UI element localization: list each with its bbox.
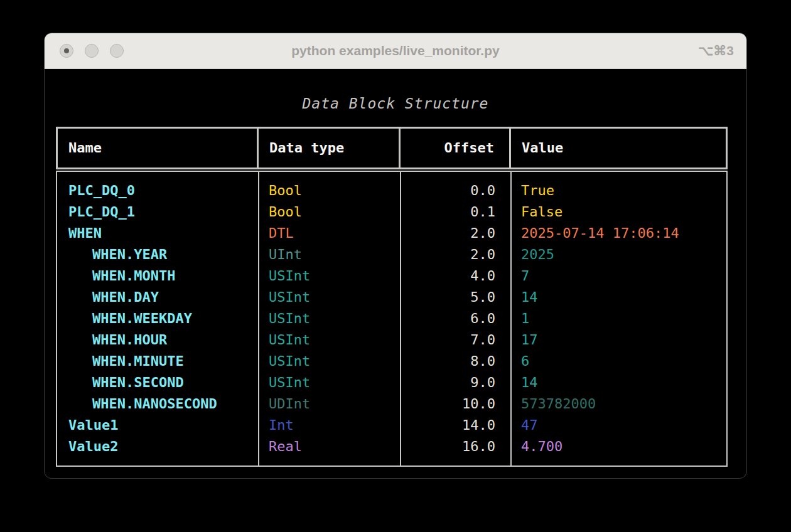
column-header-name: Name (58, 129, 259, 168)
table-row: WHEN.HOUR USInt 7.0 17 (57, 329, 726, 351)
cell-value: 2025-07-14 17:06:14 (510, 223, 726, 244)
minimize-button[interactable] (85, 44, 99, 58)
table-row: WHEN.DAY USInt 5.0 14 (57, 287, 726, 308)
table-body: PLC_DQ_0 Bool 0.0 True PLC_DQ_1 Bool 0.1… (56, 171, 728, 467)
table-title: Data Block Structure (45, 95, 746, 115)
cell-datatype: USInt (258, 372, 400, 393)
cell-value: 4.700 (510, 436, 726, 457)
cell-datatype: UInt (258, 244, 400, 265)
cell-value: 573782000 (510, 393, 726, 415)
window-titlebar[interactable]: python examples/live_monitor.py ⌥⌘3 (45, 33, 746, 69)
table-header-row: Name Data type Offset Value (56, 127, 728, 169)
cell-value: False (510, 201, 726, 223)
cell-offset: 4.0 (400, 265, 510, 287)
window-shortcut-badge: ⌥⌘3 (698, 33, 734, 68)
table-row: WHEN.MONTH USInt 4.0 7 (57, 265, 726, 287)
cell-offset: 8.0 (400, 351, 510, 372)
cell-name: WHEN.MONTH (57, 265, 258, 287)
cell-value: 14 (510, 372, 726, 393)
cell-name: PLC_DQ_1 (57, 201, 258, 223)
cell-value: True (510, 180, 726, 201)
terminal-window: python examples/live_monitor.py ⌥⌘3 Data… (44, 33, 747, 479)
data-block-table: Name Data type Offset Value PLC_DQ_0 Boo… (56, 127, 728, 467)
cell-datatype: USInt (258, 265, 400, 287)
cell-value: 1 (510, 308, 726, 329)
cell-offset: 9.0 (400, 372, 510, 393)
close-button[interactable] (60, 44, 73, 58)
cell-offset: 2.0 (400, 244, 510, 265)
cell-name: WHEN.HOUR (57, 329, 258, 351)
cell-datatype: Int (258, 415, 400, 436)
cell-offset: 10.0 (400, 393, 510, 415)
cell-value: 17 (510, 329, 726, 351)
cell-name: Value2 (57, 436, 258, 457)
cell-name: WHEN.MINUTE (57, 351, 258, 372)
screen: python examples/live_monitor.py ⌥⌘3 Data… (0, 0, 791, 532)
column-header-datatype: Data type (259, 129, 401, 168)
cell-datatype: USInt (258, 308, 400, 329)
cell-datatype: USInt (258, 329, 400, 351)
cell-offset: 0.1 (400, 201, 510, 223)
table-row: WHEN.NANOSECOND UDInt 10.0 573782000 (57, 393, 726, 415)
cell-name: WHEN.SECOND (57, 372, 258, 393)
cell-offset: 6.0 (400, 308, 510, 329)
cell-offset: 7.0 (400, 329, 510, 351)
cell-offset: 2.0 (400, 223, 510, 244)
cell-name: WHEN.WEEKDAY (57, 308, 258, 329)
cell-datatype: Real (258, 436, 400, 457)
table-row: WHEN.YEAR UInt 2.0 2025 (57, 244, 726, 265)
column-separator (400, 172, 401, 466)
column-separator (258, 172, 259, 466)
cell-value: 2025 (510, 244, 726, 265)
table-row: Value1 Int 14.0 47 (57, 415, 726, 436)
cell-value: 47 (510, 415, 726, 436)
table-row: WHEN.WEEKDAY USInt 6.0 1 (57, 308, 726, 329)
cell-value: 7 (510, 265, 726, 287)
column-header-offset: Offset (401, 129, 511, 168)
cell-value: 6 (510, 351, 726, 372)
column-header-value: Value (511, 129, 726, 168)
table-row: WHEN.MINUTE USInt 8.0 6 (57, 351, 726, 372)
cell-offset: 5.0 (400, 287, 510, 308)
column-separator (510, 172, 512, 466)
cell-value: 14 (510, 287, 726, 308)
cell-datatype: DTL (258, 223, 400, 244)
zoom-button[interactable] (110, 44, 124, 58)
cell-name: WHEN (57, 223, 258, 244)
cell-name: WHEN.NANOSECOND (57, 393, 258, 415)
traffic-lights (60, 33, 124, 68)
table-row: Value2 Real 16.0 4.700 (57, 436, 726, 457)
table-row: WHEN.SECOND USInt 9.0 14 (57, 372, 726, 393)
terminal-content: Data Block Structure Name Data type Offs… (45, 95, 746, 467)
cell-offset: 16.0 (400, 436, 510, 457)
table-row: PLC_DQ_1 Bool 0.1 False (57, 201, 726, 223)
cell-datatype: UDInt (258, 393, 400, 415)
window-title: python examples/live_monitor.py (45, 43, 746, 58)
cell-name: WHEN.DAY (57, 287, 258, 308)
cell-datatype: Bool (258, 180, 400, 201)
cell-offset: 0.0 (400, 180, 510, 201)
cell-datatype: USInt (258, 287, 400, 308)
cell-name: PLC_DQ_0 (57, 180, 258, 201)
cell-name: WHEN.YEAR (57, 244, 258, 265)
cell-offset: 14.0 (400, 415, 510, 436)
cell-name: Value1 (57, 415, 258, 436)
table-row: WHEN DTL 2.0 2025-07-14 17:06:14 (57, 223, 726, 244)
cell-datatype: USInt (258, 351, 400, 372)
table-row: PLC_DQ_0 Bool 0.0 True (57, 180, 726, 201)
close-dot-icon (64, 48, 69, 53)
cell-datatype: Bool (258, 201, 400, 223)
